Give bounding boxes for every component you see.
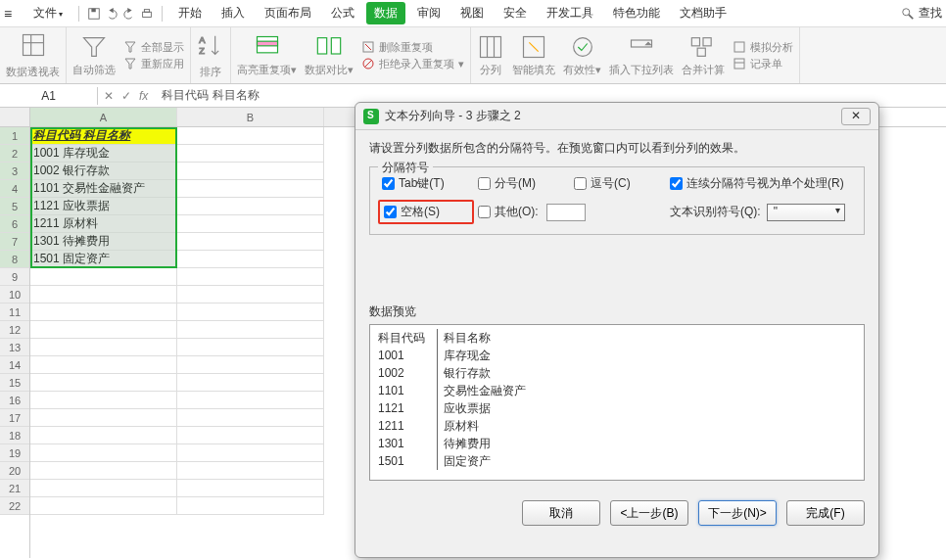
fb-fx-icon[interactable]: fx — [139, 89, 148, 103]
ribbon-consolidate[interactable]: 合并计算 — [682, 33, 725, 77]
cell-A13[interactable] — [30, 339, 177, 356]
ribbon-sort[interactable]: AZ 排序 — [191, 27, 231, 83]
name-box[interactable]: A1 — [0, 87, 98, 105]
cell-B18[interactable] — [177, 427, 324, 444]
cell-A6[interactable]: 1211 原材料 — [30, 215, 177, 233]
cell-B3[interactable] — [177, 163, 324, 180]
cell-A20[interactable] — [30, 462, 177, 480]
ribbon-datacompare[interactable]: 数据对比▾ — [305, 33, 354, 77]
rowhdr-19[interactable]: 19 — [0, 444, 29, 462]
rowhdr-20[interactable]: 20 — [0, 462, 29, 480]
finish-button[interactable]: 完成(F) — [786, 500, 865, 526]
ribbon-split[interactable]: 分列 — [477, 33, 504, 77]
check-space[interactable]: 空格(S) — [384, 204, 440, 220]
fb-cancel-icon[interactable]: ✕ — [104, 89, 114, 103]
colhdr-B[interactable]: B — [177, 108, 324, 126]
select-all-corner[interactable] — [0, 108, 29, 127]
cell-A14[interactable] — [30, 356, 177, 374]
cell-A4[interactable]: 1101 交易性金融资产 — [30, 180, 177, 198]
colhdr-A[interactable]: A — [30, 108, 177, 126]
other-delimiter-input[interactable] — [546, 204, 586, 221]
ribbon-validity[interactable]: 有效性▾ — [563, 33, 601, 77]
ribbon-dropdown[interactable]: 插入下拉列表 — [609, 33, 674, 77]
ribbon-showall[interactable]: 全部显示 — [123, 40, 184, 55]
cell-A18[interactable] — [30, 427, 177, 444]
back-button[interactable]: <上一步(B) — [610, 500, 688, 526]
print-icon[interactable] — [140, 7, 154, 21]
cell-A15[interactable] — [30, 374, 177, 392]
ribbon-reapply[interactable]: 重新应用 — [123, 57, 184, 71]
cell-A16[interactable] — [30, 392, 177, 409]
cell-B8[interactable] — [177, 251, 324, 268]
cell-A12[interactable] — [30, 321, 177, 339]
menu-security[interactable]: 安全 — [496, 2, 535, 24]
text-qualifier-select[interactable]: " — [767, 204, 845, 221]
cancel-button[interactable]: 取消 — [522, 500, 600, 526]
rowhdr-14[interactable]: 14 — [0, 356, 29, 374]
menu-home[interactable]: 开始 — [170, 2, 210, 24]
rowhdr-4[interactable]: 4 — [0, 180, 29, 198]
cell-B19[interactable] — [177, 444, 324, 462]
cell-A17[interactable] — [30, 409, 177, 427]
cell-A7[interactable]: 1301 待摊费用 — [30, 233, 177, 251]
close-icon[interactable]: ✕ — [841, 108, 871, 125]
cell-B5[interactable] — [177, 198, 324, 215]
menu-formulas[interactable]: 公式 — [323, 2, 362, 24]
cell-A11[interactable] — [30, 303, 177, 321]
cell-A19[interactable] — [30, 444, 177, 462]
cell-A8[interactable]: 1501 固定资产 — [30, 251, 177, 268]
cell-B15[interactable] — [177, 374, 324, 392]
menu-data[interactable]: 数据 — [366, 2, 405, 24]
cell-B17[interactable] — [177, 409, 324, 427]
rowhdr-22[interactable]: 22 — [0, 497, 29, 515]
rowhdr-6[interactable]: 6 — [0, 215, 29, 233]
menu-dochelper[interactable]: 文档助手 — [672, 2, 734, 24]
redo-icon[interactable] — [122, 7, 136, 21]
cell-B22[interactable] — [177, 497, 324, 515]
menu-developer[interactable]: 开发工具 — [539, 2, 601, 24]
cell-A1[interactable]: 科目代码 科目名称 — [30, 127, 177, 145]
cell-A9[interactable] — [30, 268, 177, 286]
check-semicolon[interactable]: 分号(M) — [478, 175, 566, 192]
hamburger-icon[interactable] — [4, 6, 18, 22]
cell-B6[interactable] — [177, 215, 324, 233]
cell-B7[interactable] — [177, 233, 324, 251]
cell-B12[interactable] — [177, 321, 324, 339]
menu-view[interactable]: 视图 — [452, 2, 492, 24]
ribbon-flashfill[interactable]: 智能填充 — [512, 33, 555, 77]
rowhdr-17[interactable]: 17 — [0, 409, 29, 427]
ribbon-recordset[interactable]: 记录单 — [733, 57, 793, 71]
check-other[interactable]: 其他(O): — [478, 204, 662, 221]
cell-B20[interactable] — [177, 462, 324, 480]
menu-insert[interactable]: 插入 — [213, 2, 253, 24]
rowhdr-18[interactable]: 18 — [0, 427, 29, 444]
rowhdr-13[interactable]: 13 — [0, 339, 29, 356]
check-comma[interactable]: 逗号(C) — [574, 175, 662, 192]
cell-B9[interactable] — [177, 268, 324, 286]
save-icon[interactable] — [87, 7, 101, 21]
rowhdr-9[interactable]: 9 — [0, 268, 29, 286]
menu-pagelayout[interactable]: 页面布局 — [257, 2, 319, 24]
cell-B2[interactable] — [177, 145, 324, 163]
next-button[interactable]: 下一步(N)> — [698, 500, 777, 526]
cell-B21[interactable] — [177, 480, 324, 497]
cell-A5[interactable]: 1121 应收票据 — [30, 198, 177, 215]
rowhdr-15[interactable]: 15 — [0, 374, 29, 392]
cell-B13[interactable] — [177, 339, 324, 356]
search-icon[interactable] — [901, 7, 915, 21]
ribbon-whatif[interactable]: 模拟分析 — [733, 40, 793, 55]
cell-B4[interactable] — [177, 180, 324, 198]
cell-A10[interactable] — [30, 286, 177, 303]
rowhdr-10[interactable]: 10 — [0, 286, 29, 303]
cell-B14[interactable] — [177, 356, 324, 374]
cell-A2[interactable]: 1001 库存现金 — [30, 145, 177, 163]
cell-A3[interactable]: 1002 银行存款 — [30, 163, 177, 180]
check-tab[interactable]: Tab键(T) — [382, 175, 470, 192]
fb-confirm-icon[interactable]: ✓ — [121, 89, 131, 103]
cell-B1[interactable] — [177, 127, 324, 145]
menu-features[interactable]: 特色功能 — [605, 2, 668, 24]
ribbon-highlight-dup[interactable]: 高亮重复项▾ — [237, 33, 297, 77]
rowhdr-21[interactable]: 21 — [0, 480, 29, 497]
undo-icon[interactable] — [105, 7, 118, 21]
rowhdr-2[interactable]: 2 — [0, 145, 29, 163]
